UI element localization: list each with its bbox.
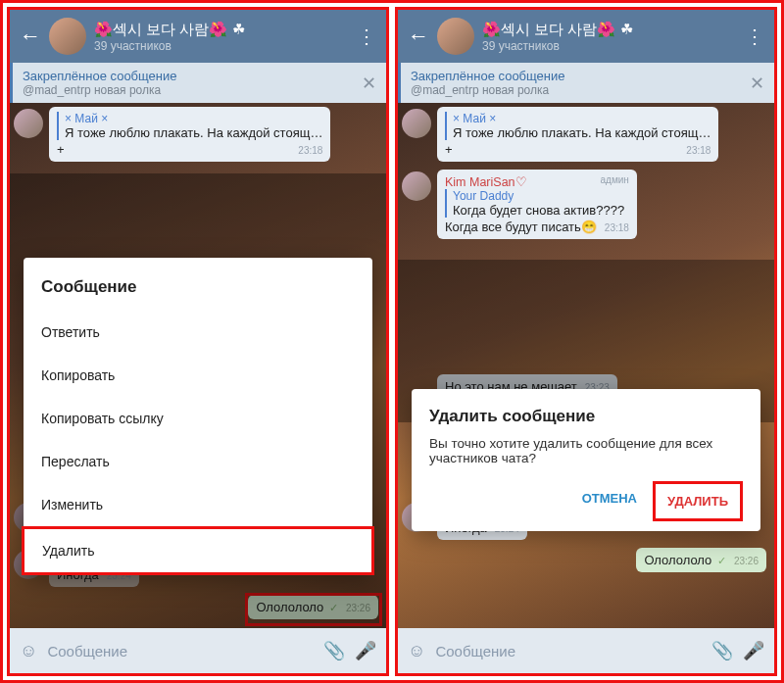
avatar[interactable] — [49, 18, 86, 55]
message-text: Ололололо — [644, 553, 711, 567]
pinned-message[interactable]: Закреплённое сообщение @mad_entrp новая … — [398, 63, 774, 103]
dialog-body: Вы точно хотите удалить сообщение для вс… — [429, 436, 743, 465]
mic-icon[interactable]: 🎤 — [355, 640, 376, 661]
avatar[interactable] — [14, 109, 43, 138]
message-time: 23:26 — [734, 556, 759, 566]
menu-item-reply[interactable]: Ответить — [24, 311, 372, 354]
pinned-message[interactable]: Закреплённое сообщение @mad_entrp новая … — [10, 63, 386, 103]
message-bubble[interactable]: Kim MariSan♡ админ Your Daddy Когда буде… — [437, 170, 637, 239]
message-input[interactable]: Сообщение — [47, 643, 314, 659]
chat-title: 🌺섹시 보다 사람🌺 ☘ — [482, 21, 737, 39]
attach-icon[interactable]: 📎 — [323, 640, 345, 661]
context-menu-title: Сообщение — [24, 269, 372, 311]
menu-item-copy-link[interactable]: Копировать ссылку — [24, 397, 372, 440]
pinned-title: Закреплённое сообщение — [411, 69, 750, 83]
back-icon[interactable]: ← — [408, 24, 429, 49]
avatar[interactable] — [437, 18, 474, 55]
avatar[interactable] — [402, 171, 431, 201]
close-icon[interactable]: ✕ — [362, 73, 376, 94]
chat-title: 🌺섹시 보다 사람🌺 ☘ — [94, 21, 349, 39]
delete-button[interactable]: УДАЛИТЬ — [653, 481, 743, 521]
chat-subtitle: 39 участников — [94, 39, 349, 53]
message-bubble[interactable]: × Май × Я тоже люблю плакать. На каждой … — [49, 107, 330, 162]
quote-text: Я тоже люблю плакать. На каждой стоящ… — [453, 125, 710, 140]
header-title-col[interactable]: 🌺섹시 보다 사람🌺 ☘ 39 участников — [94, 21, 349, 53]
message-text: + — [57, 142, 65, 157]
quote-name: × Май × — [453, 112, 710, 125]
screenshot-left: ← 🌺섹시 보다 사람🌺 ☘ 39 участников ⋮ Закреплён… — [7, 7, 389, 676]
chat-area: × Май × Я тоже люблю плакать. На каждой … — [398, 103, 774, 628]
sender-name: Kim MariSan♡ — [445, 175, 527, 189]
message-text: Когда все будут писать😁 — [445, 220, 597, 234]
pinned-subtitle: @mad_entrp новая ролка — [411, 83, 750, 97]
more-icon[interactable]: ⋮ — [745, 24, 764, 48]
message-bubble-outgoing[interactable]: Ололололо 23:26 ✓ — [636, 548, 766, 572]
delete-dialog: Удалить сообщение Вы точно хотите удалит… — [412, 389, 760, 531]
message-input-bar: ☺ Сообщение 📎 🎤 — [10, 628, 386, 673]
menu-item-forward[interactable]: Переслать — [24, 440, 372, 483]
cancel-button[interactable]: ОТМЕНА — [570, 481, 649, 521]
dialog-title: Удалить сообщение — [429, 407, 743, 426]
chat-area: × Май × Я тоже люблю плакать. На каждой … — [10, 103, 386, 628]
quote-text: Когда будет снова актив???? — [453, 203, 629, 218]
avatar[interactable] — [402, 109, 431, 138]
message-time: 23:18 — [686, 145, 710, 156]
admin-label: админ — [600, 174, 628, 185]
chat-header: ← 🌺섹시 보다 사람🌺 ☘ 39 участников ⋮ — [398, 10, 774, 63]
context-menu: Сообщение Ответить Копировать Копировать… — [24, 258, 372, 575]
emoji-icon[interactable]: ☺ — [20, 641, 37, 661]
emoji-icon[interactable]: ☺ — [408, 641, 425, 661]
chat-subtitle: 39 участников — [482, 39, 737, 53]
pinned-title: Закреплённое сообщение — [23, 69, 362, 83]
quote-name: × Май × — [65, 112, 322, 125]
message-time: 23:18 — [605, 222, 629, 233]
menu-item-delete[interactable]: Удалить — [22, 526, 374, 575]
check-icon: ✓ — [717, 555, 726, 566]
pinned-subtitle: @mad_entrp новая ролка — [23, 83, 362, 97]
message-time: 23:18 — [298, 145, 322, 156]
back-icon[interactable]: ← — [20, 24, 41, 49]
dialog-buttons: ОТМЕНА УДАЛИТЬ — [429, 481, 743, 521]
attach-icon[interactable]: 📎 — [711, 640, 733, 661]
message-text: + — [445, 142, 453, 157]
message-bubble[interactable]: × Май × Я тоже люблю плакать. На каждой … — [437, 107, 718, 162]
menu-item-copy[interactable]: Копировать — [24, 354, 372, 397]
menu-item-edit[interactable]: Изменить — [24, 483, 372, 526]
chat-header: ← 🌺섹시 보다 사람🌺 ☘ 39 участников ⋮ — [10, 10, 386, 63]
message-row: × Май × Я тоже люблю плакать. На каждой … — [10, 103, 386, 166]
message-input[interactable]: Сообщение — [435, 643, 702, 659]
message-input-bar: ☺ Сообщение 📎 🎤 — [398, 628, 774, 673]
mic-icon[interactable]: 🎤 — [743, 640, 764, 661]
header-title-col[interactable]: 🌺섹시 보다 사람🌺 ☘ 39 участников — [482, 21, 737, 53]
quote-name: Your Daddy — [453, 189, 629, 203]
message-row: Ололололо 23:26 ✓ — [398, 544, 774, 576]
screenshot-right: ← 🌺섹시 보다 사람🌺 ☘ 39 участников ⋮ Закреплён… — [395, 7, 777, 676]
close-icon[interactable]: ✕ — [750, 73, 764, 94]
message-row: × Май × Я тоже люблю плакать. На каждой … — [398, 103, 774, 166]
more-icon[interactable]: ⋮ — [357, 24, 376, 48]
quote-text: Я тоже люблю плакать. На каждой стоящ… — [65, 125, 322, 140]
message-row: Kim MariSan♡ админ Your Daddy Когда буде… — [398, 166, 774, 243]
